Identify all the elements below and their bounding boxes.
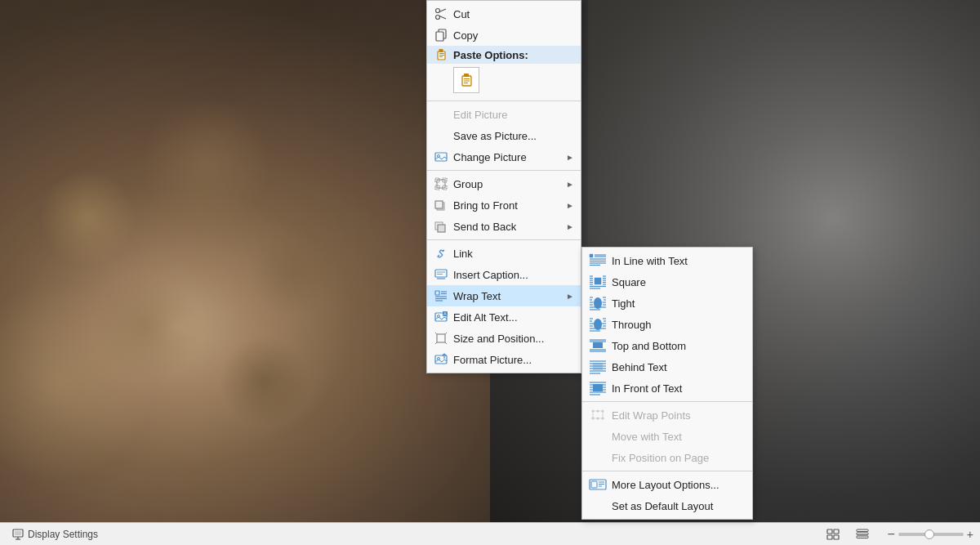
cut-label: Cut bbox=[453, 8, 574, 20]
group-icon bbox=[434, 176, 448, 191]
edit-picture-label: Edit Picture bbox=[453, 109, 574, 121]
menu-item-wrap-text[interactable]: Wrap Text ► bbox=[427, 285, 581, 306]
wrap-text-icon bbox=[434, 288, 448, 303]
menu-item-group[interactable]: Group ► bbox=[427, 173, 581, 194]
size-pos-icon bbox=[434, 331, 448, 346]
menu-item-size-position[interactable]: Size and Position... bbox=[427, 328, 581, 349]
wrap-tight-icon bbox=[589, 296, 607, 310]
statusbar: Display Settings − + bbox=[0, 522, 980, 545]
wrap-tight[interactable]: Tight bbox=[582, 293, 752, 314]
svg-point-1 bbox=[436, 16, 440, 20]
menu-item-bring-to-front[interactable]: Bring to Front ► bbox=[427, 194, 581, 216]
wrap-inline[interactable]: In Line with Text bbox=[582, 250, 752, 271]
context-menu: Cut Copy Paste Options: bbox=[426, 0, 581, 373]
svg-rect-15 bbox=[464, 83, 468, 83]
svg-point-116 bbox=[602, 410, 604, 413]
wrap-separator-2 bbox=[582, 471, 752, 471]
wrap-front-label: In Front of Text bbox=[612, 382, 746, 395]
display-settings-label: Display Settings bbox=[28, 529, 98, 540]
wrap-set-default[interactable]: Set as Default Layout bbox=[582, 495, 752, 516]
svg-rect-42 bbox=[437, 334, 445, 342]
svg-rect-13 bbox=[464, 78, 470, 79]
group-arrow: ► bbox=[566, 180, 574, 189]
more-layout-icon bbox=[589, 477, 607, 492]
send-back-arrow: ► bbox=[566, 222, 574, 231]
svg-rect-14 bbox=[464, 81, 470, 82]
wrap-move-spacer bbox=[589, 429, 607, 444]
zoom-minus[interactable]: − bbox=[887, 528, 894, 541]
bring-front-arrow: ► bbox=[566, 201, 574, 210]
wrap-square-icon bbox=[589, 275, 607, 289]
svg-line-46 bbox=[445, 342, 447, 344]
copy-icon bbox=[434, 28, 448, 42]
wrap-text-arrow: ► bbox=[566, 292, 574, 301]
menu-item-insert-caption[interactable]: Insert Caption... bbox=[427, 264, 581, 285]
send-back-label: Send to Back bbox=[453, 221, 561, 233]
change-picture-label: Change Picture bbox=[453, 151, 561, 163]
display-settings-icon bbox=[11, 528, 24, 541]
svg-rect-95 bbox=[593, 342, 603, 348]
menu-item-send-to-back[interactable]: Send to Back ► bbox=[427, 216, 581, 237]
paste-options-label: Paste Options: bbox=[453, 49, 574, 61]
paste-icon bbox=[434, 47, 448, 62]
link-icon bbox=[434, 246, 448, 261]
svg-line-45 bbox=[435, 342, 437, 344]
svg-rect-129 bbox=[15, 531, 21, 535]
menu-item-copy[interactable]: Copy bbox=[427, 25, 581, 46]
wrap-front-icon bbox=[589, 381, 607, 395]
scissors-icon bbox=[434, 7, 448, 21]
menu-item-edit-alt-text[interactable]: A Edit Alt Text... bbox=[427, 306, 581, 328]
svg-line-2 bbox=[439, 9, 446, 12]
wrap-top-bottom[interactable]: Top and Bottom bbox=[582, 335, 752, 356]
zoom-thumb[interactable] bbox=[924, 529, 934, 539]
menu-item-save-as-picture[interactable]: Save as Picture... bbox=[427, 125, 581, 146]
view-icon-button[interactable] bbox=[851, 527, 874, 542]
layout-icon-button[interactable] bbox=[822, 527, 844, 542]
wrap-edit-points: Edit Wrap Points bbox=[582, 404, 752, 426]
separator-1 bbox=[427, 101, 581, 101]
copy-label: Copy bbox=[453, 29, 574, 42]
svg-rect-5 bbox=[436, 32, 443, 41]
svg-rect-133 bbox=[834, 535, 839, 539]
bring-front-icon bbox=[434, 198, 448, 212]
menu-item-cut[interactable]: Cut bbox=[427, 3, 581, 25]
menu-item-format-picture[interactable]: Format Picture... bbox=[427, 349, 581, 370]
svg-rect-7 bbox=[439, 49, 443, 52]
display-settings-button[interactable]: Display Settings bbox=[7, 526, 103, 543]
svg-rect-134 bbox=[857, 529, 868, 532]
wrap-inline-label: In Line with Text bbox=[612, 255, 746, 267]
menu-item-paste-options[interactable]: Paste Options: bbox=[427, 46, 581, 64]
svg-line-43 bbox=[435, 333, 437, 334]
wrap-top-bottom-icon bbox=[589, 338, 607, 353]
wrap-more-layout[interactable]: More Layout Options... bbox=[582, 474, 752, 495]
svg-point-117 bbox=[592, 418, 595, 420]
svg-line-3 bbox=[439, 16, 446, 20]
wrap-through-icon bbox=[589, 317, 607, 332]
wrap-square[interactable]: Square bbox=[582, 271, 752, 293]
svg-rect-10 bbox=[439, 56, 443, 57]
zoom-track[interactable] bbox=[898, 533, 964, 536]
svg-point-120 bbox=[597, 418, 599, 420]
paste-icon-row bbox=[427, 64, 581, 98]
svg-rect-135 bbox=[857, 533, 868, 535]
menu-item-change-picture[interactable]: Change Picture ► bbox=[427, 146, 581, 168]
format-pic-label: Format Picture... bbox=[453, 354, 574, 366]
wrap-through[interactable]: Through bbox=[582, 314, 752, 335]
svg-rect-8 bbox=[439, 53, 444, 54]
wrap-behind[interactable]: Behind Text bbox=[582, 356, 752, 377]
zoom-plus[interactable]: + bbox=[967, 529, 973, 540]
set-default-label: Set as Default Layout bbox=[612, 500, 746, 512]
menu-item-link[interactable]: Link bbox=[427, 243, 581, 264]
wrap-through-label: Through bbox=[612, 319, 746, 331]
wrap-top-bottom-label: Top and Bottom bbox=[612, 340, 746, 352]
wrap-front[interactable]: In Front of Text bbox=[582, 377, 752, 399]
wrap-fix-spacer bbox=[589, 450, 607, 465]
svg-rect-32 bbox=[435, 291, 439, 295]
alt-text-label: Edit Alt Text... bbox=[453, 311, 574, 324]
wrap-behind-label: Behind Text bbox=[612, 361, 746, 373]
wrap-text-label: Wrap Text bbox=[453, 290, 561, 302]
wrap-inline-icon bbox=[589, 253, 607, 268]
paste-icon-button[interactable] bbox=[453, 67, 479, 93]
group-label: Group bbox=[453, 178, 561, 190]
svg-rect-113 bbox=[593, 384, 603, 391]
